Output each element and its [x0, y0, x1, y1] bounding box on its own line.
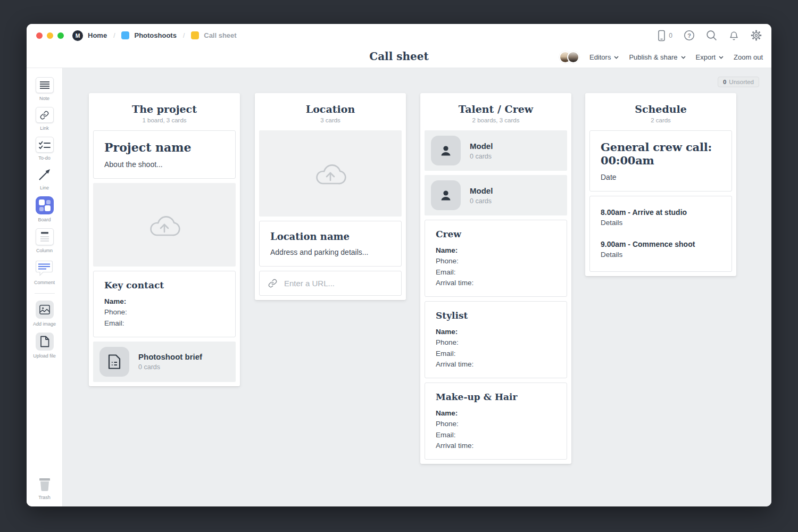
- column-subtitle: 3 cards: [259, 117, 402, 123]
- column-header[interactable]: Location 3 cards: [259, 97, 402, 130]
- svg-text:?: ?: [687, 32, 691, 39]
- note-card-key-contact[interactable]: Key contact Name: Phone: Email:: [93, 271, 236, 337]
- topbar: M Home / Photoshoots / Call sheet 0 ?: [27, 24, 771, 47]
- column-header[interactable]: Talent / Crew 2 boards, 3 cards: [425, 97, 567, 130]
- board-item-title: Photoshoot brief: [138, 352, 202, 361]
- mobile-count: 0: [669, 32, 672, 39]
- editor-avatars[interactable]: [559, 51, 579, 63]
- board-canvas[interactable]: 0 Unsorted The project 1 board, 3 cards …: [63, 68, 771, 506]
- tool-label: Add image: [33, 321, 56, 327]
- url-input[interactable]: [284, 279, 393, 288]
- comment-icon: [35, 259, 53, 277]
- app-logo-icon[interactable]: M: [72, 30, 83, 41]
- tool-link[interactable]: Link: [36, 107, 54, 131]
- board-item-count: 0 cards: [470, 197, 493, 205]
- app-window: M Home / Photoshoots / Call sheet 0 ?: [27, 24, 771, 506]
- breadcrumb-home[interactable]: Home: [88, 31, 107, 39]
- minimize-window-button[interactable]: [47, 32, 53, 39]
- breadcrumb-photoshoots[interactable]: Photoshoots: [134, 31, 176, 39]
- maximize-window-button[interactable]: [57, 32, 64, 39]
- help-icon[interactable]: ?: [684, 30, 695, 41]
- board-color-swatch-icon: [121, 31, 129, 39]
- tool-todo[interactable]: To-do: [36, 137, 54, 161]
- column-subtitle: 2 boards, 3 cards: [425, 117, 567, 123]
- sidebar-divider: [35, 293, 55, 294]
- board-item-model-1[interactable]: Model 0 cards: [425, 130, 567, 171]
- schedule-details: Details: [601, 219, 721, 227]
- board-item-title: Model: [470, 142, 493, 151]
- column-schedule[interactable]: Schedule 2 cards General crew call: 00:0…: [585, 93, 736, 276]
- tool-label: Link: [40, 126, 49, 131]
- column-header[interactable]: The project 1 board, 3 cards: [93, 97, 236, 130]
- image-placeholder[interactable]: [259, 130, 402, 217]
- note-card-stylist[interactable]: Stylist Name: Phone: Email: Arrival time…: [425, 301, 567, 378]
- search-icon[interactable]: [706, 30, 717, 41]
- url-input-card[interactable]: [259, 271, 402, 296]
- schedule-time: 8.00am - Arrive at studio: [601, 208, 721, 217]
- tool-line[interactable]: Line: [36, 167, 54, 190]
- note-card-crew[interactable]: Crew Name: Phone: Email: Arrival time:: [425, 220, 567, 297]
- note-card-schedule-times[interactable]: 8.00am - Arrive at studio Details 9.00am…: [589, 196, 732, 272]
- schedule-entry: 9.00am - Commence shoot Details: [601, 240, 721, 259]
- export-dropdown[interactable]: Export: [696, 53, 724, 61]
- close-window-button[interactable]: [36, 32, 43, 39]
- board-item-model-2[interactable]: Model 0 cards: [425, 175, 567, 215]
- note-card-crew-call[interactable]: General crew call: 00:00am Date: [589, 130, 732, 192]
- tool-sidebar: Note Link To-do: [27, 68, 63, 506]
- column-title: Location: [259, 103, 402, 115]
- contact-arrival-line: Arrival time:: [436, 440, 556, 451]
- note-card-makeup-hair[interactable]: Make-up & Hair Name: Phone: Email: Arriv…: [425, 383, 567, 460]
- trash-dropzone[interactable]: Trash: [27, 476, 62, 500]
- zoom-out-button[interactable]: Zoom out: [734, 53, 763, 61]
- tool-label: Column: [36, 248, 53, 253]
- gear-icon[interactable]: [751, 30, 762, 41]
- board-item-count: 0 cards: [470, 153, 493, 160]
- column-header[interactable]: Schedule 2 cards: [589, 97, 732, 130]
- column-title: Schedule: [589, 103, 732, 115]
- tool-note[interactable]: Note: [36, 77, 54, 101]
- tool-add-image[interactable]: Add image: [33, 301, 56, 327]
- column-the-project[interactable]: The project 1 board, 3 cards Project nam…: [89, 93, 240, 386]
- upload-cloud-icon: [148, 213, 181, 237]
- tool-label: Upload file: [33, 353, 56, 359]
- note-heading: Key contact: [104, 280, 225, 290]
- unsorted-badge[interactable]: 0 Unsorted: [718, 77, 759, 87]
- contact-phone-line: Phone:: [104, 307, 225, 318]
- column-icon: [36, 228, 54, 245]
- breadcrumb-call-sheet[interactable]: Call sheet: [204, 31, 236, 39]
- tool-upload-file[interactable]: Upload file: [33, 332, 56, 359]
- column-subtitle: 2 cards: [589, 117, 732, 123]
- contact-name-line: Name:: [104, 296, 225, 307]
- note-card-location-name[interactable]: Location name Address and parking detail…: [259, 221, 402, 267]
- link-icon: [268, 279, 277, 288]
- note-heading: Location name: [270, 231, 390, 242]
- person-icon: [431, 136, 461, 165]
- board-item-count: 0 cards: [138, 363, 202, 371]
- tool-board[interactable]: Board: [36, 196, 54, 222]
- contact-phone-line: Phone:: [436, 419, 556, 429]
- contact-name-line: Name:: [436, 327, 556, 337]
- tool-column[interactable]: Column: [36, 228, 54, 253]
- window-controls: [36, 32, 64, 39]
- column-location[interactable]: Location 3 cards Location name Address a…: [255, 93, 406, 300]
- line-arrow-icon: [36, 167, 54, 182]
- chevron-down-icon: [719, 56, 724, 59]
- column-talent-crew[interactable]: Talent / Crew 2 boards, 3 cards Model 0 …: [420, 93, 571, 464]
- contact-phone-line: Phone:: [436, 337, 556, 348]
- image-placeholder[interactable]: [93, 183, 236, 267]
- contact-arrival-line: Arrival time:: [436, 278, 556, 288]
- header-controls: Editors Publish & share Export Zoom out: [559, 47, 763, 68]
- board-item-photoshoot-brief[interactable]: Photoshoot brief 0 cards: [93, 342, 236, 382]
- board-icon: [36, 196, 54, 214]
- note-card-project-name[interactable]: Project name About the shoot...: [93, 130, 236, 179]
- contact-name-line: Name:: [436, 245, 556, 256]
- trash-label: Trash: [38, 495, 51, 500]
- tool-comment[interactable]: Comment: [34, 259, 55, 285]
- bell-icon[interactable]: [728, 30, 739, 41]
- column-title: Talent / Crew: [425, 103, 567, 115]
- mobile-icon[interactable]: 0: [656, 30, 672, 41]
- note-body: About the shoot...: [104, 160, 225, 169]
- breadcrumb: M Home / Photoshoots / Call sheet: [72, 30, 237, 41]
- editors-dropdown[interactable]: Editors: [589, 53, 619, 61]
- publish-share-dropdown[interactable]: Publish & share: [629, 53, 685, 61]
